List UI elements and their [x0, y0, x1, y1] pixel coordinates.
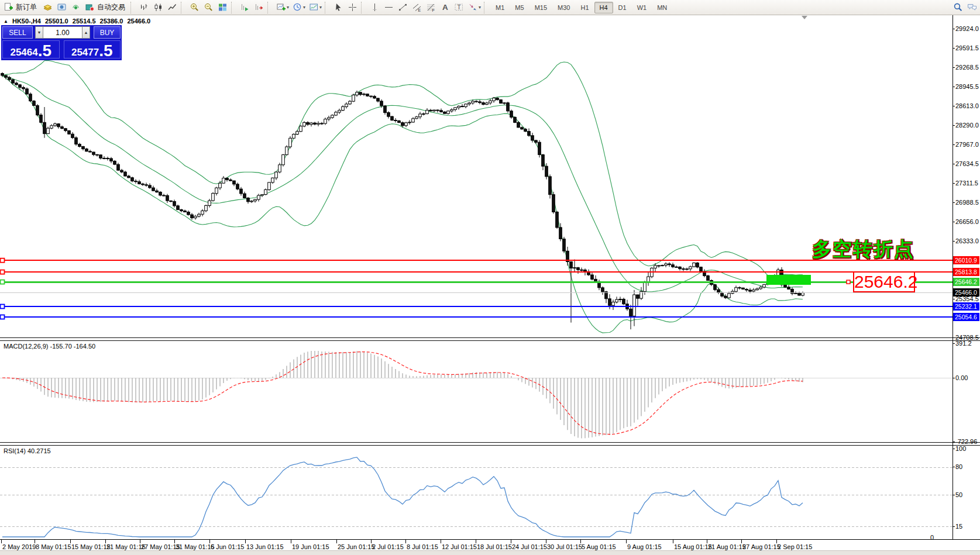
toolbar-separator	[325, 2, 329, 13]
indicators-icon[interactable]	[307, 1, 321, 14]
price-axis-tick: 80	[955, 463, 980, 471]
dropdown-caret-icon[interactable]: ▾	[287, 5, 289, 10]
dropdown-caret-icon[interactable]: ▾	[479, 5, 481, 10]
rsi-canvas[interactable]	[0, 445, 953, 539]
timeframe-button-w1[interactable]: W1	[632, 2, 652, 13]
profiles-clock-icon[interactable]	[290, 1, 304, 14]
cursor-icon[interactable]	[331, 1, 345, 14]
time-axis-label: 21 Aug 01:15	[708, 543, 746, 550]
time-axis-tick	[511, 540, 511, 543]
chat-icon[interactable]	[965, 1, 979, 14]
time-axis-tick	[35, 540, 35, 543]
line-chart-icon[interactable]	[165, 1, 179, 14]
sell-price-display[interactable]: 25464 .5	[2, 40, 60, 58]
toolbar-separator	[361, 2, 366, 13]
chart-shift-marker	[802, 16, 807, 19]
arrows-shapes-icon[interactable]	[466, 1, 480, 14]
toolbar-separator	[231, 2, 236, 13]
horizontal-line-icon[interactable]	[381, 1, 396, 14]
price-axis-tick: 391.2	[955, 340, 980, 347]
time-axis-tick	[441, 540, 441, 543]
time-axis-label: 19 Jun 01:15	[292, 543, 329, 550]
time-axis-label: 21 May 01:15	[106, 543, 146, 550]
time-axis-label: 15 Aug 01:15	[674, 543, 712, 550]
text-icon[interactable]: A	[438, 1, 452, 14]
sell-button[interactable]: SELL	[2, 26, 33, 39]
price-axis-tick: 28290.0	[955, 122, 980, 129]
signals-icon[interactable]	[68, 1, 82, 14]
timeframe-button-h4[interactable]: H4	[594, 2, 613, 13]
price-axis-tick: 50	[955, 491, 980, 499]
time-axis-tick	[546, 540, 546, 543]
timeframe-button-m5[interactable]: M5	[510, 2, 529, 13]
main-chart-canvas[interactable]	[0, 15, 953, 338]
level-price-tag: 25813.8	[953, 268, 979, 276]
time-axis-label: 2 May 2019	[2, 543, 36, 550]
timeframe-button-m1[interactable]: M1	[490, 2, 510, 13]
collapse-triangle-icon[interactable]: ▲	[4, 19, 8, 24]
timeframe-button-d1[interactable]: D1	[613, 2, 632, 13]
time-axis-label: 24 Jul 01:15	[512, 543, 547, 550]
svg-text:F: F	[432, 8, 434, 12]
vertical-line-icon[interactable]	[367, 1, 381, 14]
search-icon[interactable]	[951, 1, 965, 14]
navigator-icon[interactable]	[54, 1, 68, 14]
market-watch-icon[interactable]	[40, 1, 54, 14]
fibonacci-icon[interactable]: F	[424, 1, 438, 14]
bar-chart-icon[interactable]	[137, 1, 151, 14]
new-order-icon[interactable]	[1, 1, 15, 14]
price-callout-label[interactable]: 25646.2	[853, 271, 915, 292]
current-price-tag: 25466.0	[953, 288, 979, 297]
price-axis-tick: 15	[955, 523, 980, 530]
toolbar-separator	[484, 2, 489, 13]
timeframe-group: M1M5M15M30H1H4D1W1MN	[490, 2, 672, 13]
time-axis-label: 5 Aug 01:15	[582, 543, 616, 550]
time-axis-label: 18 Jul 01:15	[477, 543, 512, 550]
timeframe-button-mn[interactable]: MN	[652, 2, 672, 13]
zoom-in-icon[interactable]	[187, 1, 201, 14]
time-axis-tick	[707, 540, 707, 543]
timeframe-button-m30[interactable]: M30	[552, 2, 575, 13]
macd-canvas[interactable]	[0, 340, 953, 443]
volume-decrease-button[interactable]: ▼	[35, 26, 43, 39]
rsi-zero-label: 0	[930, 534, 934, 541]
toolbar-item-label[interactable]: 自动交易	[97, 2, 125, 12]
price-axis-tick: 28945.5	[955, 83, 980, 91]
auto-scroll-icon[interactable]	[238, 1, 252, 14]
volume-input[interactable]	[43, 26, 82, 39]
price-axis-tick: 26333.0	[955, 237, 980, 245]
timeframe-button-h1[interactable]: H1	[575, 2, 594, 13]
time-axis-label: 31 May 01:15	[176, 543, 215, 550]
price-axis-tick: 27634.5	[955, 160, 980, 168]
time-axis-tick	[209, 540, 210, 543]
price-axis-tick: 27967.0	[955, 141, 980, 149]
turning-point-annotation[interactable]: 多空转折点	[812, 236, 914, 263]
dropdown-caret-icon[interactable]: ▾	[303, 5, 305, 10]
equidistant-channel-icon[interactable]: E	[410, 1, 424, 14]
time-axis[interactable]: 2 May 20198 May 01:1515 May 01:1521 May …	[0, 539, 980, 551]
buy-button[interactable]: BUY	[94, 26, 121, 39]
volume-stepper: ▼ ▲	[35, 26, 90, 39]
volume-increase-button[interactable]: ▲	[82, 26, 90, 39]
time-axis-label: 13 Jun 01:15	[246, 543, 284, 550]
autotrading-icon[interactable]	[82, 1, 97, 14]
level-price-tag: 25054.6	[953, 313, 979, 321]
time-axis-tick	[673, 540, 673, 543]
zoom-out-icon[interactable]	[201, 1, 215, 14]
text-label-icon[interactable]: T	[452, 1, 466, 14]
toolbar: 新订单自动交易▾▾▾EFAT▾ M1M5M15M30H1H4D1W1MN	[0, 0, 980, 15]
crosshair-icon[interactable]	[345, 1, 359, 14]
price-axis-tick: 29591.5	[955, 44, 980, 52]
chart-shift-icon[interactable]	[252, 1, 266, 14]
toolbar-main-group: 新订单自动交易▾▾▾EFAT▾	[1, 1, 490, 14]
time-axis-label: 9 Aug 01:15	[627, 543, 662, 550]
toolbar-item-label[interactable]: 新订单	[16, 2, 37, 12]
new-chart-icon[interactable]	[274, 1, 288, 14]
candlestick-chart-icon[interactable]	[151, 1, 165, 14]
trendline-icon[interactable]	[396, 1, 410, 14]
timeframe-button-m15[interactable]: M15	[529, 2, 552, 13]
tile-windows-icon[interactable]	[215, 1, 229, 14]
buy-price-display[interactable]: 25477 .5	[64, 40, 121, 58]
dropdown-caret-icon[interactable]: ▾	[319, 5, 322, 10]
price-axis-tick: 29268.5	[955, 64, 980, 71]
